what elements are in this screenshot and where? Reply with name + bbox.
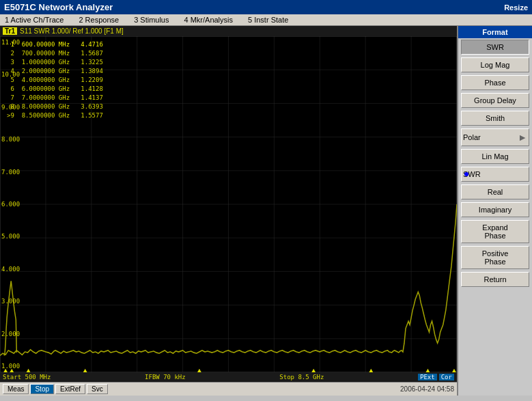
chart-area: Tr1 S11 SWR 1.000/ Ref 1.000 [F1 M]: [0, 26, 457, 396]
y-label-3: 3.000: [1, 298, 20, 305]
format-polar[interactable]: Polar ►: [461, 128, 529, 146]
format-header: Format: [458, 26, 532, 38]
ifbw: IFBW 70 kHz: [145, 374, 186, 381]
y-label-1: 1.000: [1, 363, 20, 370]
chart-title: S11 SWR 1.000/ Ref 1.000 [F1 M]: [20, 27, 124, 35]
marker-6-triangle: [311, 369, 316, 372]
marker-4-triangle: [83, 369, 88, 372]
start-freq: Start 500 MHz: [3, 374, 51, 381]
marker-row-7: 7 7.0000000 GHz 1.4137: [7, 94, 103, 102]
y-label-5: 5.000: [1, 233, 20, 240]
menu-instr-state[interactable]: 5 Instr State: [246, 15, 290, 25]
main-layout: Tr1 S11 SWR 1.000/ Ref 1.000 [F1 M]: [0, 26, 532, 396]
extref-button[interactable]: ExtRef: [55, 384, 85, 394]
marker-5-triangle: [197, 369, 202, 372]
menu-mkr-analysis[interactable]: 4 Mkr/Analysis: [182, 15, 235, 25]
y-label-8: 8.000: [1, 136, 20, 143]
stop-button[interactable]: Stop: [30, 384, 54, 394]
marker-7-triangle: [368, 369, 374, 372]
marker-row-8: 8 8.0000000 GHz 3.6393: [7, 102, 103, 111]
y-label-7: 7.000: [1, 169, 20, 176]
y-label-2: 2.000: [1, 331, 20, 337]
marker-table: 1 600.00000 MHz 4.4716 2 700.00000 MHz 1…: [7, 40, 103, 120]
svc-button[interactable]: Svc: [87, 384, 108, 394]
format-real[interactable]: Real: [461, 184, 529, 199]
status-indicators: PExt Cor: [418, 374, 454, 381]
chart-header: Tr1 S11 SWR 1.000/ Ref 1.000 [F1 M]: [0, 26, 457, 36]
y-label-4: 4.000: [1, 266, 20, 273]
swr-dot-indicator: [464, 172, 468, 176]
menu-active-ch[interactable]: 1 Active Ch/Trace: [3, 15, 66, 25]
meas-button[interactable]: Meas: [3, 384, 29, 394]
marker-8-triangle: [425, 369, 430, 372]
marker-3-triangle: [26, 369, 31, 372]
resize-button[interactable]: Resize: [504, 3, 528, 12]
timestamp: 2006-04-24 04:58: [400, 385, 454, 393]
menu-bar: 1 Active Ch/Trace 2 Response 3 Stimulus …: [0, 14, 532, 26]
y-label-6: 6.000: [1, 201, 20, 208]
marker-row-6: 6 6.0000000 GHz 1.4128: [7, 85, 103, 94]
marker-9-triangle: [451, 369, 457, 372]
marker-row-4: 4 2.0000000 GHz 1.3894: [7, 67, 103, 76]
format-imaginary[interactable]: Imaginary: [461, 202, 529, 217]
format-log-mag[interactable]: Log Mag: [461, 57, 529, 72]
format-phase[interactable]: Phase: [461, 75, 529, 90]
trace-badge: Tr1: [3, 27, 17, 35]
marker-row-1: 1 600.00000 MHz 4.4716: [7, 40, 103, 49]
chart-inner: 1 2 3 4 5 6 7 8: [0, 36, 457, 372]
format-return[interactable]: Return: [461, 272, 529, 287]
action-bar: Meas Stop ExtRef Svc 2006-04-24 04:58: [0, 382, 457, 396]
marker-row-9: >9 8.5000000 GHz 1.5577: [7, 111, 103, 120]
format-lin-mag[interactable]: Lin Mag: [461, 149, 529, 164]
action-buttons: Meas Stop ExtRef Svc: [3, 384, 108, 394]
app-title: E5071C Network Analyzer: [4, 2, 113, 12]
stop-freq: Stop 8.5 GHz: [279, 374, 324, 381]
marker-row-3: 3 1.0000000 GHz 1.3225: [7, 58, 103, 67]
swr-trace: [0, 204, 457, 355]
title-bar: E5071C Network Analyzer Resize: [0, 0, 532, 14]
right-panel: Format SWR Log Mag Phase Group Delay Smi…: [457, 26, 532, 396]
format-positive-phase[interactable]: PositivePhase: [461, 246, 529, 269]
cor-indicator: Cor: [439, 374, 454, 381]
marker-row-2: 2 700.00000 MHz 1.5687: [7, 49, 103, 58]
format-group-delay[interactable]: Group Delay: [461, 93, 529, 108]
format-swr-dot[interactable]: SWR: [461, 167, 529, 182]
marker-row-5: 5 4.0000000 GHz 1.2209: [7, 76, 103, 85]
format-swr-active[interactable]: SWR: [461, 40, 529, 55]
pext-indicator: PExt: [418, 374, 437, 381]
format-expand-phase[interactable]: ExpandPhase: [461, 220, 529, 243]
menu-stimulus[interactable]: 3 Stimulus: [132, 15, 171, 25]
menu-response[interactable]: 2 Response: [76, 15, 121, 25]
format-smith[interactable]: Smith: [461, 111, 529, 126]
status-bar: Start 500 MHz IFBW 70 kHz Stop 8.5 GHz P…: [0, 372, 457, 382]
